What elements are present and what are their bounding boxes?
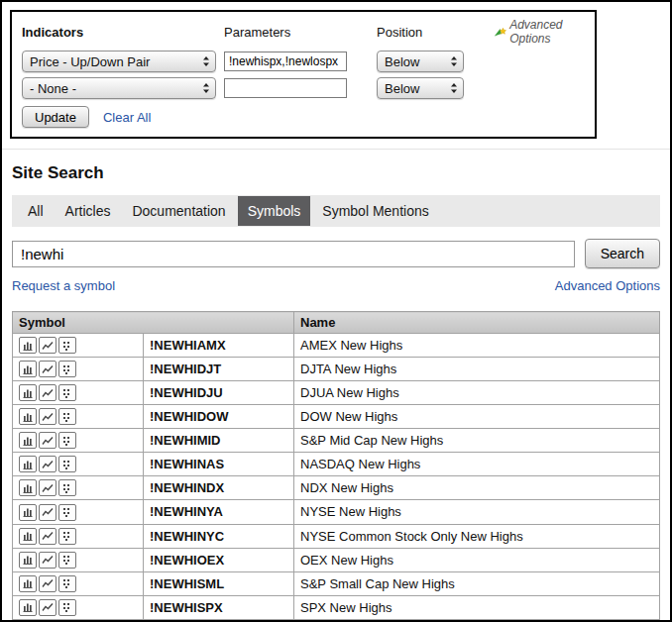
table-row: !NEWHINYA NYSE New Highs	[13, 500, 660, 524]
line-chart-icon[interactable]	[39, 504, 56, 521]
chevron-updown-icon	[202, 55, 210, 67]
chart-links-cell	[13, 405, 144, 429]
position-select-2[interactable]: Below	[377, 77, 464, 99]
symbol-cell[interactable]: !NEWHIDOW	[144, 405, 294, 429]
pnf-chart-icon[interactable]	[58, 479, 76, 496]
pnf-chart-icon[interactable]	[58, 361, 76, 377]
advanced-options-link-top[interactable]: Advanced Options	[494, 18, 585, 46]
tab-articles[interactable]: Articles	[56, 196, 121, 226]
symbol-cell[interactable]: !NEWHISML	[144, 571, 294, 595]
line-chart-icon[interactable]	[39, 575, 56, 592]
name-cell: SPX New Highs	[294, 595, 660, 619]
name-cell: DJUA New Highs	[294, 381, 660, 405]
clear-all-link[interactable]: Clear All	[103, 110, 151, 125]
request-symbol-link[interactable]: Request a symbol	[12, 278, 115, 293]
pnf-chart-icon[interactable]	[58, 504, 76, 521]
pnf-chart-icon[interactable]	[58, 552, 76, 569]
bar-chart-icon[interactable]	[19, 599, 37, 616]
indicator-select-1[interactable]: Price - Up/Down Pair	[22, 51, 216, 72]
chart-links-cell	[13, 453, 144, 476]
pnf-chart-icon[interactable]	[58, 337, 76, 354]
pnf-chart-icon[interactable]	[58, 456, 76, 472]
pnf-chart-icon[interactable]	[58, 528, 76, 545]
line-chart-icon[interactable]	[39, 528, 56, 545]
symbol-cell[interactable]: !NEWHISPX	[144, 595, 294, 619]
symbol-cell[interactable]: !NEWHINDX	[144, 476, 294, 500]
search-tabbar: All Articles Documentation Symbols Symbo…	[12, 195, 660, 227]
pnf-chart-icon[interactable]	[58, 599, 76, 616]
advanced-options-link[interactable]: Advanced Options	[555, 278, 660, 293]
site-search-section: Site Search All Articles Documentation S…	[2, 163, 670, 293]
table-row: !NEWHIDJT DJTA New Highs	[13, 358, 660, 381]
position-select-1[interactable]: Below	[377, 51, 464, 72]
line-chart-icon[interactable]	[39, 408, 56, 425]
chart-links-cell	[13, 476, 144, 500]
symbol-cell[interactable]: !NEWHIAMX	[144, 334, 294, 358]
bar-chart-icon[interactable]	[19, 384, 37, 401]
symbol-cell[interactable]: !NEWHIOEX	[144, 548, 294, 571]
star-arrow-icon	[494, 25, 506, 39]
chevron-updown-icon	[450, 82, 458, 94]
indicator-select-1-value: Price - Up/Down Pair	[30, 54, 150, 69]
tab-symbol-mentions[interactable]: Symbol Mentions	[312, 196, 438, 226]
screenshot-frame: Indicators Parameters Position Advanced …	[0, 0, 672, 622]
table-row: !NEWHIOEX OEX New Highs	[13, 548, 660, 571]
chart-links-cell	[13, 548, 144, 571]
name-cell: NASDAQ New Highs	[294, 453, 660, 476]
chart-links-cell	[13, 429, 144, 453]
parameters-input-1[interactable]	[224, 52, 347, 71]
bar-chart-icon[interactable]	[19, 552, 37, 569]
search-button[interactable]: Search	[585, 239, 660, 268]
line-chart-icon[interactable]	[39, 599, 56, 616]
name-column-header: Name	[294, 312, 660, 334]
symbol-cell[interactable]: !NEWHINAS	[144, 453, 294, 476]
name-cell: DJTA New Highs	[294, 358, 660, 381]
chart-links-cell	[13, 334, 144, 358]
bar-chart-icon[interactable]	[19, 575, 37, 592]
bar-chart-icon[interactable]	[19, 361, 37, 377]
line-chart-icon[interactable]	[39, 384, 56, 401]
bar-chart-icon[interactable]	[19, 408, 37, 425]
bar-chart-icon[interactable]	[19, 337, 37, 354]
line-chart-icon[interactable]	[39, 479, 56, 496]
bar-chart-icon[interactable]	[19, 504, 37, 521]
symbol-cell[interactable]: !NEWHIMID	[144, 429, 294, 453]
search-results: Symbol Name !NEWHIAMX AMEX New Highs !NE	[2, 311, 670, 622]
pnf-chart-icon[interactable]	[58, 384, 76, 401]
table-row: !NEWHISPX SPX New Highs	[13, 595, 660, 619]
parameters-input-2[interactable]	[224, 78, 347, 98]
line-chart-icon[interactable]	[39, 361, 56, 377]
tab-all[interactable]: All	[18, 196, 54, 226]
table-header-row: Symbol Name	[13, 312, 660, 334]
table-row: !NEWHIAMX AMEX New Highs	[13, 334, 660, 358]
symbol-cell[interactable]: !NEWHIDJT	[144, 358, 294, 381]
pnf-chart-icon[interactable]	[58, 575, 76, 592]
tab-symbols[interactable]: Symbols	[238, 196, 311, 226]
table-row: !NEWHIMID S&P Mid Cap New Highs	[13, 429, 660, 453]
chart-links-cell	[13, 381, 144, 405]
indicator-select-2-value: - None -	[30, 81, 76, 96]
bar-chart-icon[interactable]	[19, 432, 37, 449]
symbol-column-header: Symbol	[13, 312, 294, 334]
update-button[interactable]: Update	[22, 106, 89, 128]
bar-chart-icon[interactable]	[19, 528, 37, 545]
bar-chart-icon[interactable]	[19, 456, 37, 472]
chart-links-cell	[13, 595, 144, 619]
search-input[interactable]	[12, 241, 575, 267]
line-chart-icon[interactable]	[39, 432, 56, 449]
symbol-cell[interactable]: !NEWHIDJU	[144, 381, 294, 405]
bar-chart-icon[interactable]	[19, 479, 37, 496]
name-cell: S&P Mid Cap New Highs	[294, 429, 660, 453]
line-chart-icon[interactable]	[39, 337, 56, 354]
line-chart-icon[interactable]	[39, 456, 56, 472]
indicator-panel: Indicators Parameters Position Advanced …	[10, 10, 597, 139]
pnf-chart-icon[interactable]	[58, 432, 76, 449]
name-cell: NDX New Highs	[294, 476, 660, 500]
line-chart-icon[interactable]	[39, 552, 56, 569]
chart-links-cell	[13, 571, 144, 595]
pnf-chart-icon[interactable]	[58, 408, 76, 425]
symbol-cell[interactable]: !NEWHINYC	[144, 524, 294, 548]
tab-documentation[interactable]: Documentation	[122, 196, 235, 226]
symbol-cell[interactable]: !NEWHINYA	[144, 500, 294, 524]
indicator-select-2[interactable]: - None -	[22, 77, 216, 99]
